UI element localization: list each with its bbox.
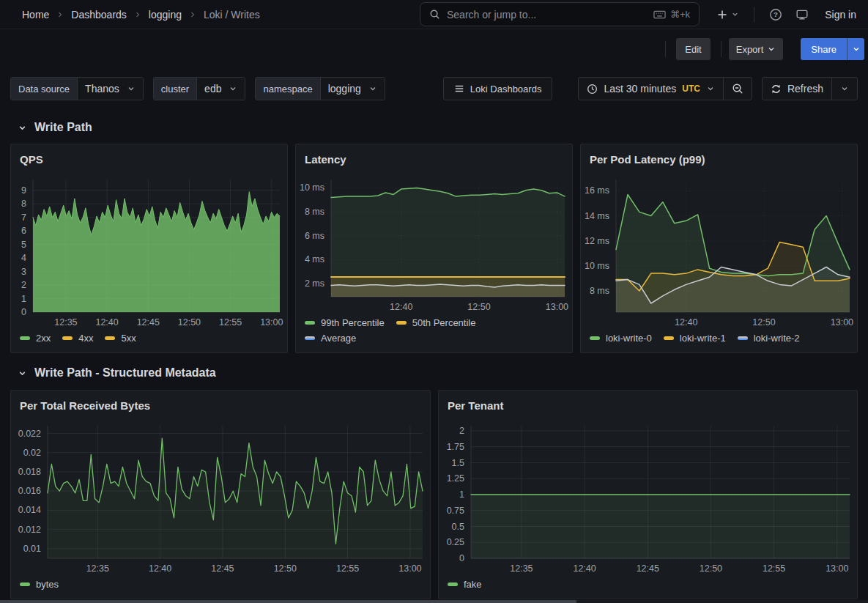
svg-text:8 ms: 8 ms: [590, 286, 609, 296]
svg-text:0: 0: [21, 307, 26, 317]
share-button[interactable]: Share: [801, 38, 847, 60]
panel-title[interactable]: Per Total Received Bytes: [11, 391, 430, 415]
panel-title[interactable]: Per Tenant: [439, 391, 857, 415]
monitor-icon: [795, 8, 809, 21]
per-pod-latency-chart[interactable]: 8 ms10 ms12 ms14 ms16 ms12:4012:5013:00: [581, 169, 857, 331]
scrollbar[interactable]: [0, 600, 868, 603]
svg-text:0.018: 0.018: [18, 467, 41, 477]
svg-text:12:45: 12:45: [637, 563, 659, 574]
per-total-received-bytes-chart[interactable]: 0.010.0120.0140.0160.0180.020.02212:3512…: [11, 415, 430, 577]
nav-actions: ? Sign in: [712, 4, 856, 25]
var-namespace-value[interactable]: logging: [321, 78, 385, 100]
svg-text:12:35: 12:35: [54, 317, 77, 328]
svg-text:12:35: 12:35: [86, 563, 109, 574]
time-picker: Last 30 minutes UTC: [578, 77, 752, 100]
qps-legend: 2xx4xx5xx: [11, 331, 287, 352]
chevron-down-icon: [368, 84, 377, 93]
svg-text:12:40: 12:40: [95, 317, 118, 328]
chevron-right-icon: [188, 10, 197, 19]
svg-text:12:50: 12:50: [467, 302, 490, 312]
add-button[interactable]: [712, 5, 743, 24]
export-button[interactable]: Export: [729, 38, 784, 60]
chevron-down-icon: [127, 84, 136, 93]
svg-text:0.5: 0.5: [452, 522, 464, 532]
search-shortcut: ⌘+k: [653, 9, 690, 20]
svg-text:1: 1: [459, 489, 464, 500]
legend-item[interactable]: 50th Percentile: [396, 317, 476, 328]
search-icon: [429, 9, 440, 20]
legend-item[interactable]: 99th Percentile: [305, 317, 385, 328]
zoom-out-button[interactable]: [723, 78, 752, 100]
svg-text:5: 5: [21, 240, 26, 250]
svg-text:12:40: 12:40: [390, 302, 412, 312]
svg-text:2: 2: [459, 426, 464, 436]
svg-text:12 ms: 12 ms: [585, 236, 609, 246]
section-structured-metadata[interactable]: Write Path - Structured Metadata: [18, 363, 858, 383]
chevron-down-icon: [731, 10, 739, 18]
structured-metadata-row: Per Total Received Bytes 0.010.0120.0140…: [10, 390, 858, 599]
svg-text:8 ms: 8 ms: [305, 207, 324, 217]
question-circle-icon: ?: [769, 8, 782, 21]
svg-text:12:55: 12:55: [763, 563, 785, 574]
svg-text:2 ms: 2 ms: [305, 278, 324, 289]
panel-title[interactable]: QPS: [11, 144, 287, 169]
legend-item[interactable]: Average: [305, 333, 385, 344]
share-group: Share: [801, 38, 864, 60]
plus-icon: [716, 9, 728, 21]
svg-text:10 ms: 10 ms: [585, 261, 609, 271]
chevron-down-icon: [852, 45, 861, 53]
svg-text:6 ms: 6 ms: [305, 231, 324, 241]
svg-text:12:50: 12:50: [178, 317, 201, 328]
legend-item[interactable]: fake: [448, 579, 482, 590]
loki-dashboards-button[interactable]: Loki Dashboards: [443, 77, 553, 100]
sign-in-button[interactable]: Sign in: [825, 9, 856, 21]
time-range-button[interactable]: Last 30 minutes UTC: [579, 78, 723, 100]
latency-chart[interactable]: 2 ms4 ms6 ms8 ms10 ms12:4012:5013:00: [296, 169, 572, 316]
breadcrumb-home[interactable]: Home: [22, 9, 49, 21]
legend-item[interactable]: 5xx: [105, 333, 136, 344]
qps-chart[interactable]: 012345678912:3512:4012:4512:5012:5513:00: [11, 169, 287, 331]
legend-item[interactable]: bytes: [20, 579, 59, 590]
edit-button[interactable]: Edit: [676, 38, 710, 60]
svg-text:1.5: 1.5: [452, 458, 464, 468]
panel-latency: Latency 2 ms4 ms6 ms8 ms10 ms12:4012:501…: [295, 144, 573, 353]
section-write-path[interactable]: Write Path: [18, 117, 858, 138]
svg-text:12:35: 12:35: [510, 563, 533, 574]
legend-item[interactable]: loki-write-0: [590, 333, 652, 344]
panel-title[interactable]: Latency: [296, 144, 572, 169]
var-datasource-value[interactable]: Thanos: [78, 78, 143, 100]
svg-text:1.25: 1.25: [447, 473, 464, 484]
svg-text:1.75: 1.75: [447, 442, 464, 452]
var-cluster-label: cluster: [154, 78, 197, 100]
per-total-received-bytes-legend: bytes: [11, 577, 430, 599]
svg-text:0.022: 0.022: [18, 429, 41, 439]
svg-text:12:50: 12:50: [700, 563, 722, 574]
clock-icon: [587, 84, 598, 95]
var-cluster-value[interactable]: edb: [197, 78, 245, 100]
svg-text:1: 1: [21, 294, 26, 304]
legend-item[interactable]: loki-write-2: [738, 333, 800, 344]
refresh-button[interactable]: Refresh: [763, 78, 831, 100]
legend-item[interactable]: loki-write-1: [664, 333, 726, 344]
share-menu-button[interactable]: [847, 38, 864, 60]
legend-item[interactable]: 4xx: [62, 333, 93, 344]
divider: [721, 41, 722, 57]
breadcrumb-dashboards[interactable]: Dashboards: [71, 9, 127, 21]
news-button[interactable]: [791, 4, 813, 25]
svg-text:12:40: 12:40: [573, 563, 596, 574]
refresh-interval-button[interactable]: [831, 78, 857, 100]
zoom-out-icon: [732, 83, 743, 95]
refresh-picker: Refresh: [762, 77, 858, 100]
panel-title[interactable]: Per Pod Latency (p99): [581, 144, 857, 169]
search-input[interactable]: Search or jump to... ⌘+k: [420, 2, 700, 26]
svg-text:12:50: 12:50: [752, 317, 775, 328]
latency-legend: 99th Percentile50th PercentileAverage: [296, 316, 572, 352]
breadcrumb-logging[interactable]: logging: [149, 9, 182, 21]
search-placeholder: Search or jump to...: [447, 9, 647, 21]
chevron-down-icon: [18, 369, 27, 378]
per-tenant-legend: fake: [439, 577, 857, 599]
help-button[interactable]: ?: [765, 4, 787, 25]
legend-item[interactable]: 2xx: [20, 333, 51, 344]
per-tenant-chart[interactable]: 00.250.50.7511.251.51.75212:3512:4012:45…: [439, 415, 857, 577]
svg-text:?: ?: [774, 10, 778, 18]
